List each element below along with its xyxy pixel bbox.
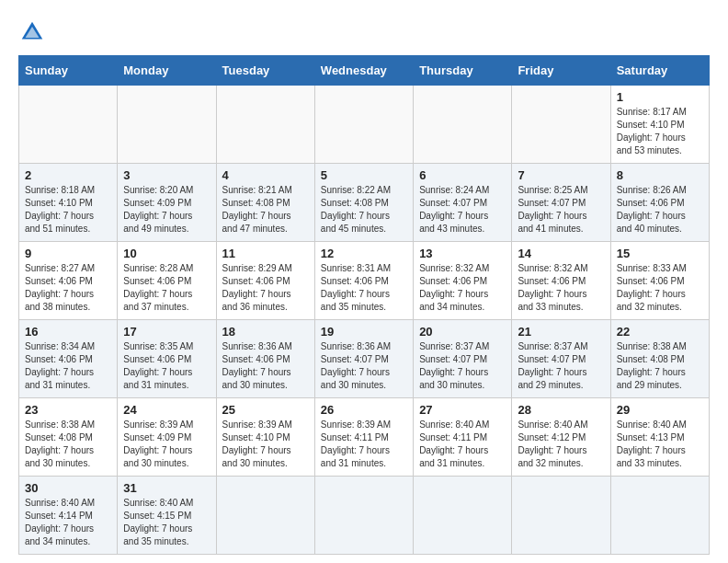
empty-cell xyxy=(216,86,314,164)
day-number: 29 xyxy=(617,403,703,417)
day-number: 6 xyxy=(419,168,506,182)
day-cell-24: 24 Sunrise: 8:39 AM Sunset: 4:09 PM Dayl… xyxy=(118,398,216,477)
calendar-week-5: 30 Sunrise: 8:40 AM Sunset: 4:14 PM Dayl… xyxy=(19,477,710,555)
day-cell-9: 9 Sunrise: 8:27 AM Sunset: 4:06 PM Dayli… xyxy=(19,242,118,320)
day-cell-11: 11 Sunrise: 8:29 AM Sunset: 4:06 PM Dayl… xyxy=(216,242,314,320)
day-info: Sunrise: 8:32 AM Sunset: 4:06 PM Dayligh… xyxy=(518,262,604,314)
day-info: Sunrise: 8:40 AM Sunset: 4:12 PM Dayligh… xyxy=(518,419,604,470)
day-cell-7: 7 Sunrise: 8:25 AM Sunset: 4:07 PM Dayli… xyxy=(512,164,610,242)
day-number: 9 xyxy=(25,247,111,260)
empty-cell xyxy=(414,477,512,555)
header-sunday: Sunday xyxy=(19,56,118,86)
day-cell-20: 20 Sunrise: 8:37 AM Sunset: 4:07 PM Dayl… xyxy=(414,320,512,398)
day-info: Sunrise: 8:40 AM Sunset: 4:15 PM Dayligh… xyxy=(123,497,210,548)
day-cell-30: 30 Sunrise: 8:40 AM Sunset: 4:14 PM Dayl… xyxy=(19,477,118,555)
day-info: Sunrise: 8:27 AM Sunset: 4:06 PM Dayligh… xyxy=(25,262,111,314)
day-number: 27 xyxy=(419,403,506,417)
day-info: Sunrise: 8:38 AM Sunset: 4:08 PM Dayligh… xyxy=(25,419,111,470)
day-cell-10: 10 Sunrise: 8:28 AM Sunset: 4:06 PM Dayl… xyxy=(118,242,216,320)
header-thursday: Thursday xyxy=(414,56,512,86)
day-number: 31 xyxy=(123,481,210,495)
header-saturday: Saturday xyxy=(610,56,709,86)
day-number: 24 xyxy=(123,403,210,417)
day-number: 17 xyxy=(123,325,210,339)
day-number: 8 xyxy=(617,168,703,182)
calendar-week-0: 1 Sunrise: 8:17 AM Sunset: 4:10 PM Dayli… xyxy=(19,86,710,164)
empty-cell xyxy=(512,477,610,555)
day-cell-29: 29 Sunrise: 8:40 AM Sunset: 4:13 PM Dayl… xyxy=(610,398,709,477)
day-cell-13: 13 Sunrise: 8:32 AM Sunset: 4:06 PM Dayl… xyxy=(414,242,512,320)
day-cell-28: 28 Sunrise: 8:40 AM Sunset: 4:12 PM Dayl… xyxy=(512,398,610,477)
day-info: Sunrise: 8:37 AM Sunset: 4:07 PM Dayligh… xyxy=(518,340,604,392)
day-info: Sunrise: 8:40 AM Sunset: 4:11 PM Dayligh… xyxy=(419,419,506,470)
day-info: Sunrise: 8:31 AM Sunset: 4:06 PM Dayligh… xyxy=(321,262,407,314)
day-info: Sunrise: 8:38 AM Sunset: 4:08 PM Dayligh… xyxy=(617,340,703,392)
day-number: 22 xyxy=(617,325,703,339)
empty-cell xyxy=(216,477,314,555)
day-number: 18 xyxy=(222,325,309,339)
day-info: Sunrise: 8:37 AM Sunset: 4:07 PM Dayligh… xyxy=(419,340,506,392)
calendar-week-1: 2 Sunrise: 8:18 AM Sunset: 4:10 PM Dayli… xyxy=(19,164,710,242)
day-info: Sunrise: 8:17 AM Sunset: 4:10 PM Dayligh… xyxy=(617,106,703,157)
day-info: Sunrise: 8:39 AM Sunset: 4:10 PM Dayligh… xyxy=(222,419,309,470)
day-cell-27: 27 Sunrise: 8:40 AM Sunset: 4:11 PM Dayl… xyxy=(414,398,512,477)
day-cell-18: 18 Sunrise: 8:36 AM Sunset: 4:06 PM Dayl… xyxy=(216,320,314,398)
calendar-week-2: 9 Sunrise: 8:27 AM Sunset: 4:06 PM Dayli… xyxy=(19,242,710,320)
day-number: 1 xyxy=(617,90,703,104)
day-cell-16: 16 Sunrise: 8:34 AM Sunset: 4:06 PM Dayl… xyxy=(19,320,118,398)
day-cell-21: 21 Sunrise: 8:37 AM Sunset: 4:07 PM Dayl… xyxy=(512,320,610,398)
empty-cell xyxy=(512,86,610,164)
header-wednesday: Wednesday xyxy=(314,56,413,86)
day-info: Sunrise: 8:33 AM Sunset: 4:06 PM Dayligh… xyxy=(617,262,703,314)
day-info: Sunrise: 8:24 AM Sunset: 4:07 PM Dayligh… xyxy=(419,184,506,236)
day-number: 28 xyxy=(518,403,604,417)
header-tuesday: Tuesday xyxy=(216,56,314,86)
day-number: 25 xyxy=(222,403,309,417)
header-friday: Friday xyxy=(512,56,610,86)
day-cell-6: 6 Sunrise: 8:24 AM Sunset: 4:07 PM Dayli… xyxy=(414,164,512,242)
day-number: 2 xyxy=(25,168,111,182)
day-number: 21 xyxy=(518,325,604,339)
empty-cell xyxy=(314,477,413,555)
calendar-week-3: 16 Sunrise: 8:34 AM Sunset: 4:06 PM Dayl… xyxy=(19,320,710,398)
day-number: 23 xyxy=(25,403,111,417)
empty-cell xyxy=(414,86,512,164)
day-info: Sunrise: 8:36 AM Sunset: 4:07 PM Dayligh… xyxy=(321,340,407,392)
day-number: 12 xyxy=(321,247,407,260)
day-number: 7 xyxy=(518,168,604,182)
day-cell-14: 14 Sunrise: 8:32 AM Sunset: 4:06 PM Dayl… xyxy=(512,242,610,320)
day-cell-8: 8 Sunrise: 8:26 AM Sunset: 4:06 PM Dayli… xyxy=(610,164,709,242)
logo-icon xyxy=(18,18,46,46)
day-info: Sunrise: 8:39 AM Sunset: 4:11 PM Dayligh… xyxy=(321,419,407,470)
day-number: 5 xyxy=(321,168,407,182)
day-info: Sunrise: 8:40 AM Sunset: 4:13 PM Dayligh… xyxy=(617,419,703,470)
logo xyxy=(18,18,50,46)
day-number: 19 xyxy=(321,325,407,339)
calendar-header-row: SundayMondayTuesdayWednesdayThursdayFrid… xyxy=(19,56,710,86)
day-number: 3 xyxy=(123,168,210,182)
day-info: Sunrise: 8:25 AM Sunset: 4:07 PM Dayligh… xyxy=(518,184,604,236)
empty-cell xyxy=(118,86,216,164)
day-info: Sunrise: 8:29 AM Sunset: 4:06 PM Dayligh… xyxy=(222,262,309,314)
day-info: Sunrise: 8:18 AM Sunset: 4:10 PM Dayligh… xyxy=(25,184,111,236)
day-info: Sunrise: 8:34 AM Sunset: 4:06 PM Dayligh… xyxy=(25,340,111,392)
day-cell-12: 12 Sunrise: 8:31 AM Sunset: 4:06 PM Dayl… xyxy=(314,242,413,320)
day-number: 20 xyxy=(419,325,506,339)
day-info: Sunrise: 8:32 AM Sunset: 4:06 PM Dayligh… xyxy=(419,262,506,314)
day-info: Sunrise: 8:36 AM Sunset: 4:06 PM Dayligh… xyxy=(222,340,309,392)
day-number: 13 xyxy=(419,247,506,260)
day-number: 4 xyxy=(222,168,309,182)
day-cell-3: 3 Sunrise: 8:20 AM Sunset: 4:09 PM Dayli… xyxy=(118,164,216,242)
empty-cell xyxy=(314,86,413,164)
empty-cell xyxy=(19,86,118,164)
day-cell-19: 19 Sunrise: 8:36 AM Sunset: 4:07 PM Dayl… xyxy=(314,320,413,398)
empty-cell xyxy=(610,477,709,555)
day-info: Sunrise: 8:28 AM Sunset: 4:06 PM Dayligh… xyxy=(123,262,210,314)
day-cell-17: 17 Sunrise: 8:35 AM Sunset: 4:06 PM Dayl… xyxy=(118,320,216,398)
day-cell-15: 15 Sunrise: 8:33 AM Sunset: 4:06 PM Dayl… xyxy=(610,242,709,320)
day-cell-23: 23 Sunrise: 8:38 AM Sunset: 4:08 PM Dayl… xyxy=(19,398,118,477)
day-info: Sunrise: 8:39 AM Sunset: 4:09 PM Dayligh… xyxy=(123,419,210,470)
day-number: 26 xyxy=(321,403,407,417)
page-header xyxy=(18,18,710,46)
day-info: Sunrise: 8:40 AM Sunset: 4:14 PM Dayligh… xyxy=(25,497,111,548)
